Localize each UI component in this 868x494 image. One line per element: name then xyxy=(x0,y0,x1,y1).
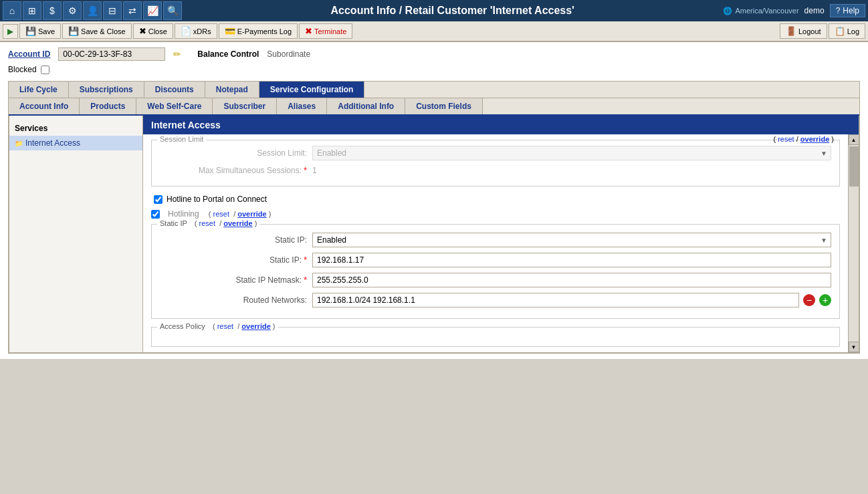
static-ip-netmask-label: Static IP Netmask: * xyxy=(160,275,307,285)
arrow-icon[interactable]: ⇄ xyxy=(123,1,142,20)
hotlining-override-link[interactable]: override xyxy=(237,210,266,218)
close-button[interactable]: ✖ Close xyxy=(133,23,173,39)
hotlining-label: Hotlining xyxy=(168,209,199,219)
xdrs-icon: 📄 xyxy=(181,26,191,36)
edit-icon[interactable]: ✏ xyxy=(173,49,181,59)
hotlining-row: Hotlining ( reset / override ) xyxy=(151,209,840,219)
tab-web-self-care[interactable]: Web Self-Care xyxy=(136,98,213,114)
balance-value: Subordinate xyxy=(267,49,310,59)
required-star: * xyxy=(304,166,307,175)
tab-account-info[interactable]: Account Info xyxy=(9,98,80,114)
home-icon[interactable]: ⌂ xyxy=(3,1,21,20)
log-button[interactable]: 📋 Log xyxy=(829,23,865,39)
static-ip-section-label: Static IP ( reset / override ) xyxy=(157,219,259,227)
sidebar: Services 📁 Internet Access xyxy=(9,116,143,352)
save-close-button[interactable]: 💾 Save & Close xyxy=(62,23,132,39)
tab-lifecycle[interactable]: Life Cycle xyxy=(9,82,69,98)
chart-icon[interactable]: 📈 xyxy=(143,1,162,20)
max-sessions-label: Max Simultaneous Sessions: * xyxy=(160,166,307,175)
hotlining-reset-override: ( reset / override ) xyxy=(205,210,272,218)
dollar-icon[interactable]: $ xyxy=(43,1,62,20)
epayments-icon: 💳 xyxy=(225,26,235,36)
grid-icon[interactable]: ⊞ xyxy=(23,1,41,20)
xdrs-button[interactable]: 📄 xDRs xyxy=(175,23,217,39)
nav-right: 🌐 America/Vancouver demo ? Help xyxy=(723,4,865,17)
static-ip-enabled-row: Static IP: Enabled Disabled ▼ xyxy=(160,233,831,247)
play-button[interactable]: ▶ xyxy=(3,24,18,39)
tab-products[interactable]: Products xyxy=(80,98,136,114)
account-id-input[interactable] xyxy=(58,47,165,61)
tab-service-configuration[interactable]: Service Configuration xyxy=(259,82,365,98)
static-ip-required: * xyxy=(304,255,307,265)
blocked-row: Blocked xyxy=(8,65,860,74)
access-policy-section-label: Access Policy ( reset / override ) xyxy=(157,322,278,330)
static-ip-reset-link[interactable]: reset xyxy=(199,219,215,227)
static-ip-addr-row: Static IP: * xyxy=(160,253,831,267)
hotlining-reset-link[interactable]: reset xyxy=(213,210,229,218)
session-limit-reset-link[interactable]: reset xyxy=(778,135,794,143)
tab-discounts[interactable]: Discounts xyxy=(144,82,205,98)
logout-button[interactable]: 🚪 Logout xyxy=(780,23,827,39)
person-icon[interactable]: 👤 xyxy=(83,1,102,20)
static-ip-addr-input[interactable] xyxy=(312,253,831,267)
account-id-row: Account ID ✏ Balance Control Subordinate xyxy=(8,47,860,61)
network-icon[interactable]: ⊟ xyxy=(103,1,122,20)
hotline-checkbox[interactable] xyxy=(154,195,162,204)
static-ip-select-wrapper: Enabled Disabled ▼ xyxy=(312,233,831,247)
session-limit-select[interactable]: Enabled Disabled xyxy=(312,146,831,160)
routed-networks-input[interactable] xyxy=(312,293,799,307)
blocked-checkbox[interactable] xyxy=(41,66,49,74)
scroll-thumb[interactable] xyxy=(849,146,859,187)
static-ip-addr-label: Static IP: * xyxy=(160,255,307,265)
account-id-label[interactable]: Account ID xyxy=(8,49,50,59)
timezone: 🌐 America/Vancouver xyxy=(723,7,798,15)
save-icon: 💾 xyxy=(25,26,36,36)
tab-subscriber[interactable]: Subscriber xyxy=(213,98,277,114)
access-policy-reset-link[interactable]: reset xyxy=(217,322,233,330)
sidebar-item-internet-access[interactable]: 📁 Internet Access xyxy=(9,136,142,150)
folder-icon: 📁 xyxy=(15,140,23,147)
settings-icon[interactable]: ⚙ xyxy=(63,1,82,20)
session-limit-override-link[interactable]: override xyxy=(800,135,829,143)
tabs-row1: Life Cycle Subscriptions Discounts Notep… xyxy=(9,82,859,98)
static-ip-reset-override: ( reset / override ) xyxy=(195,219,257,227)
close-icon: ✖ xyxy=(139,26,146,36)
tab-subscriptions[interactable]: Subscriptions xyxy=(69,82,144,98)
session-limit-reset-override: ( reset / override ) xyxy=(773,135,834,143)
panel-title: Internet Access xyxy=(151,120,221,130)
tab-additional-info[interactable]: Additional Info xyxy=(327,98,405,114)
search-icon[interactable]: 🔍 xyxy=(163,1,182,20)
toolbar: ▶ 💾 Save 💾 Save & Close ✖ Close 📄 xDRs 💳… xyxy=(0,21,868,42)
tabs-row2: Account Info Products Web Self-Care Subs… xyxy=(9,98,859,116)
save-close-icon: 💾 xyxy=(68,26,79,36)
tab-notepad[interactable]: Notepad xyxy=(205,82,259,98)
sidebar-item-label: Internet Access xyxy=(25,138,80,148)
scroll-up-button[interactable]: ▲ xyxy=(849,134,859,145)
routed-networks-row: Routed Networks: − + xyxy=(160,293,831,307)
terminate-button[interactable]: ✖ Terminate xyxy=(299,23,352,39)
session-limit-select-wrapper: Enabled Disabled ▼ xyxy=(312,146,831,160)
tab-custom-fields[interactable]: Custom Fields xyxy=(405,98,483,114)
tab-aliases[interactable]: Aliases xyxy=(277,98,327,114)
epayments-button[interactable]: 💳 E-Payments Log xyxy=(219,23,298,39)
max-sessions-value: 1 xyxy=(312,166,831,175)
static-ip-select[interactable]: Enabled Disabled xyxy=(312,233,831,247)
help-button[interactable]: ? Help xyxy=(830,4,865,17)
main-content: Account ID ✏ Balance Control Subordinate… xyxy=(0,42,868,359)
static-ip-override-link[interactable]: override xyxy=(223,219,252,227)
panel-body: Session Limit ( reset / override ) Sessi… xyxy=(143,134,848,352)
session-limit-section-label: Session Limit xyxy=(157,135,206,143)
routed-networks-add-button[interactable]: + xyxy=(819,294,831,306)
static-ip-netmask-input[interactable] xyxy=(312,273,831,287)
access-policy-reset-override: ( reset / override ) xyxy=(213,322,276,330)
access-policy-override-link[interactable]: override xyxy=(241,322,270,330)
hotlining-checkbox[interactable] xyxy=(151,210,160,219)
routed-networks-remove-button[interactable]: − xyxy=(803,294,815,306)
scroll-down-button[interactable]: ▼ xyxy=(849,342,859,352)
terminate-icon: ✖ xyxy=(305,26,312,36)
scrollbar: ▲ ▼ xyxy=(848,134,859,352)
hotline-label: Hotline to Portal on Connect xyxy=(167,195,267,204)
save-button[interactable]: 💾 Save xyxy=(19,23,61,39)
username: demo xyxy=(804,6,825,15)
netmask-required: * xyxy=(304,275,307,285)
